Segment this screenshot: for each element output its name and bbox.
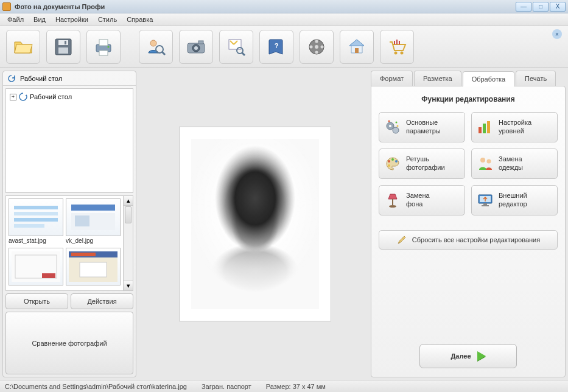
svg-point-45 — [388, 121, 390, 122]
toolbar-open-button[interactable] — [6, 30, 40, 64]
toolbar-camera-button[interactable] — [179, 30, 213, 64]
thumbnail-image — [9, 198, 63, 236]
open-file-button[interactable]: Открыть — [5, 293, 68, 309]
tree-row-root[interactable]: + Рабочий стол — [9, 91, 130, 102]
svg-point-24 — [321, 45, 324, 48]
thumbnail-label: vk_del.jpg — [66, 236, 121, 245]
retouch-button[interactable]: Ретушьфотографии — [379, 149, 465, 179]
svg-rect-62 — [482, 205, 489, 206]
svg-rect-25 — [355, 48, 359, 53]
external-editor-button[interactable]: Внешнийредактор — [471, 185, 558, 215]
svg-rect-3 — [65, 41, 66, 44]
svg-point-58 — [389, 205, 396, 208]
workarea: Рабочий стол + Рабочий стол avast_stat.j… — [0, 68, 568, 380]
compare-photos-button[interactable]: Сравнение фотографий — [5, 312, 133, 374]
tab-processing[interactable]: Обработка — [463, 71, 514, 86]
minimize-button[interactable]: — — [516, 2, 531, 12]
home-icon — [346, 36, 368, 58]
thumbnail-item[interactable]: avast_stat.jpg — [9, 198, 63, 245]
svg-point-46 — [396, 122, 398, 124]
menu-help[interactable]: Справка — [123, 15, 156, 24]
tab-bar: Формат Разметка Обработка Печать — [371, 71, 566, 86]
menu-style[interactable]: Стиль — [94, 15, 121, 24]
toolbar-save-button[interactable] — [46, 30, 80, 64]
scroll-down-button[interactable]: ▾ — [124, 281, 133, 290]
svg-point-21 — [315, 40, 318, 43]
thumbnail-grid[interactable]: avast_stat.jpg vk_del.jpg — [5, 195, 124, 291]
desktop-icon — [19, 93, 27, 101]
thumbnail-item[interactable]: vk_del.jpg — [66, 198, 121, 245]
svg-rect-28 — [14, 206, 58, 209]
svg-rect-14 — [198, 41, 203, 44]
people-icon — [477, 155, 494, 172]
svg-point-55 — [480, 158, 485, 163]
find-person-icon — [145, 36, 167, 58]
toolbar-close-round-button[interactable]: × — [552, 29, 562, 39]
levels-button[interactable]: Настройкауровней — [471, 112, 558, 142]
svg-point-27 — [401, 51, 404, 54]
gears-icon — [384, 119, 401, 136]
tab-print[interactable]: Печать — [516, 71, 556, 86]
toolbar-print-button[interactable] — [86, 30, 121, 64]
svg-point-20 — [315, 45, 318, 49]
photo-frame — [179, 127, 331, 321]
basic-params-button[interactable]: Основныепараметры — [379, 112, 465, 142]
svg-point-47 — [397, 125, 399, 127]
scroll-up-button[interactable]: ▴ — [124, 196, 133, 206]
svg-rect-34 — [75, 215, 89, 226]
actions-button[interactable]: Действия — [71, 293, 133, 309]
change-background-button[interactable]: Заменафона — [379, 185, 465, 215]
save-icon — [52, 36, 74, 58]
location-label: Рабочий стол — [20, 75, 62, 82]
tab-format[interactable]: Формат — [371, 71, 413, 86]
toolbar-film-button[interactable] — [300, 30, 334, 64]
menu-file[interactable]: Файл — [4, 15, 27, 24]
next-label: Далее — [451, 352, 471, 360]
folder-tree[interactable]: + Рабочий стол — [5, 88, 133, 193]
tree-expander[interactable]: + — [10, 94, 16, 100]
svg-rect-37 — [42, 273, 55, 278]
palette-icon — [384, 155, 401, 172]
scroll-thumb[interactable] — [125, 206, 131, 223]
crop-selection-icon — [225, 36, 247, 58]
film-reel-icon — [306, 36, 328, 58]
refresh-icon[interactable] — [7, 74, 16, 83]
editing-title: Функции редактирования — [379, 95, 558, 103]
svg-point-54 — [388, 164, 390, 167]
location-header: Рабочий стол — [3, 71, 136, 86]
change-clothes-button[interactable]: Заменаодежды — [471, 149, 558, 179]
toolbar: ? × — [0, 26, 568, 68]
app-icon — [2, 2, 11, 11]
svg-point-8 — [150, 40, 156, 46]
next-button[interactable]: Далее — [419, 344, 517, 368]
status-size: Размер: 37 x 47 мм — [266, 383, 326, 390]
menu-view[interactable]: Вид — [30, 15, 49, 24]
svg-point-13 — [194, 46, 198, 50]
thumbnail-item[interactable] — [9, 248, 63, 288]
toolbar-find-person-button[interactable] — [139, 30, 173, 64]
svg-rect-31 — [14, 224, 44, 228]
thumbnail-scrollbar[interactable]: ▴ ▾ — [124, 195, 133, 291]
toolbar-cart-button[interactable] — [380, 30, 414, 64]
svg-point-26 — [394, 51, 398, 54]
thumbnail-label — [66, 285, 121, 288]
svg-rect-5 — [99, 40, 108, 46]
svg-rect-2 — [58, 47, 68, 54]
bars-icon — [477, 119, 494, 136]
thumbnail-item[interactable] — [66, 248, 121, 288]
svg-rect-6 — [99, 51, 108, 55]
maximize-button[interactable]: □ — [533, 2, 549, 12]
reset-editing-button[interactable]: Сбросить все настройки редактирования — [379, 230, 558, 250]
svg-point-53 — [395, 160, 398, 163]
svg-rect-48 — [479, 127, 482, 133]
toolbar-home-button[interactable] — [340, 30, 374, 64]
svg-rect-40 — [80, 262, 107, 277]
button-text: Ретушьфотографии — [406, 155, 445, 172]
close-button[interactable]: X — [550, 2, 566, 12]
menu-settings[interactable]: Настройки — [52, 15, 92, 24]
brush-icon — [396, 234, 407, 245]
reset-label: Сбросить все настройки редактирования — [412, 236, 540, 243]
tab-layout[interactable]: Разметка — [414, 71, 461, 86]
toolbar-help-button[interactable]: ? — [259, 30, 293, 64]
toolbar-crop-button[interactable] — [219, 30, 253, 64]
